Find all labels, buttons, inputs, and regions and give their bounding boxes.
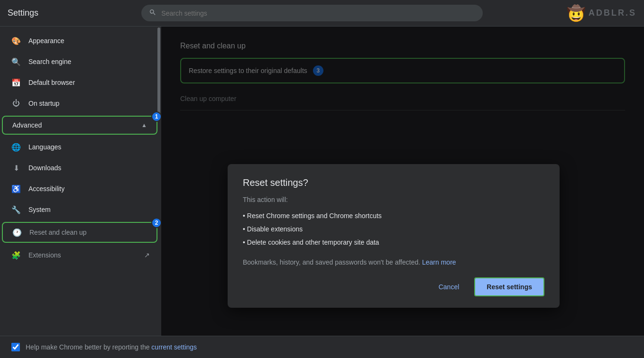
sidebar-item-label: Downloads [28,164,61,172]
extensions-label: Extensions [28,251,61,259]
sidebar-item-reset[interactable]: 2 🕐 Reset and clean up [2,222,157,243]
on-startup-icon: ⏻ [11,99,21,108]
dialog-list-item-1: • Reset Chrome settings and Chrome short… [243,209,544,222]
sidebar-item-label: Default browser [28,79,75,86]
header-right: 🤠 ADBLR.S [561,4,636,22]
reset-icon: 🕐 [12,228,22,237]
learn-more-link[interactable]: Learn more [422,258,456,266]
sidebar-item-label: Appearance [28,37,64,45]
external-link-icon: ↗ [144,251,150,259]
sidebar-item-accessibility[interactable]: ♿ Accessibility [0,178,157,199]
sidebar-item-appearance[interactable]: 🎨 Appearance [0,30,157,51]
languages-icon: 🌐 [11,142,21,152]
advanced-chevron: ▲ [141,122,147,129]
badge-2: 2 [151,218,161,228]
dialog-subtitle: This action will: [243,196,544,203]
main-layout: 🎨 Appearance 🔍 Search engine 📅 Default b… [0,27,644,336]
page-title: Settings [8,8,102,18]
downloads-icon: ⬇ [11,163,21,173]
help-chrome-checkbox[interactable] [11,343,20,351]
sidebar-item-search-engine[interactable]: 🔍 Search engine [0,51,157,72]
sidebar-section-advanced[interactable]: 1 Advanced ▲ [2,116,157,135]
search-icon [149,9,156,18]
system-icon: 🔧 [11,205,21,214]
app-header: Settings 🤠 ADBLR.S [0,0,644,27]
sidebar-item-label: Languages [28,143,61,151]
footer-text: Help make Chrome better by reporting the… [26,343,197,351]
sidebar-item-on-startup[interactable]: ⏻ On startup [0,93,157,114]
reset-settings-button[interactable]: Reset settings [474,277,544,296]
sidebar-item-languages[interactable]: 🌐 Languages [0,137,157,157]
default-browser-icon: 📅 [11,78,21,87]
sidebar-item-default-browser[interactable]: 📅 Default browser [0,72,157,93]
brand-text: 🤠 ADBLR.S [567,4,636,22]
appearance-icon: 🎨 [11,36,21,46]
sidebar-item-system[interactable]: 🔧 System [0,199,157,220]
search-input[interactable] [161,9,475,17]
sidebar-scrollbar[interactable] [157,27,161,336]
extensions-icon: 🧩 [11,250,21,260]
search-engine-icon: 🔍 [11,57,21,66]
dialog-list: • Reset Chrome settings and Chrome short… [243,209,544,249]
reset-dialog: Reset settings? This action will: • Rese… [228,164,560,308]
search-bar[interactable] [141,5,483,21]
footer-bar: Help make Chrome better by reporting the… [0,336,644,358]
dialog-title: Reset settings? [243,177,544,188]
content-area: Reset and clean up Restore settings to t… [161,27,644,336]
scrollbar-thumb [157,28,160,120]
sidebar-item-label: Accessibility [28,185,64,193]
sidebar-item-label: Search engine [28,58,71,65]
dialog-note: Bookmarks, history, and saved passwords … [243,258,544,266]
sidebar: 🎨 Appearance 🔍 Search engine 📅 Default b… [0,27,161,336]
reset-label: Reset and clean up [29,229,87,236]
sidebar-item-label: On startup [28,100,59,107]
sidebar-item-extensions[interactable]: 🧩 Extensions ↗ [0,245,161,266]
dialog-list-item-3: • Delete cookies and other temporary sit… [243,236,544,249]
sidebar-item-downloads[interactable]: ⬇ Downloads [0,157,157,178]
advanced-label: Advanced [12,121,42,129]
sidebar-item-label: System [28,206,51,213]
cancel-button[interactable]: Cancel [429,278,469,295]
badge-1: 1 [151,111,161,122]
dialog-actions: Cancel Reset settings [243,277,544,296]
accessibility-icon: ♿ [11,184,21,193]
current-settings-link[interactable]: current settings [151,343,197,351]
dialog-list-item-2: • Disable extensions [243,222,544,236]
